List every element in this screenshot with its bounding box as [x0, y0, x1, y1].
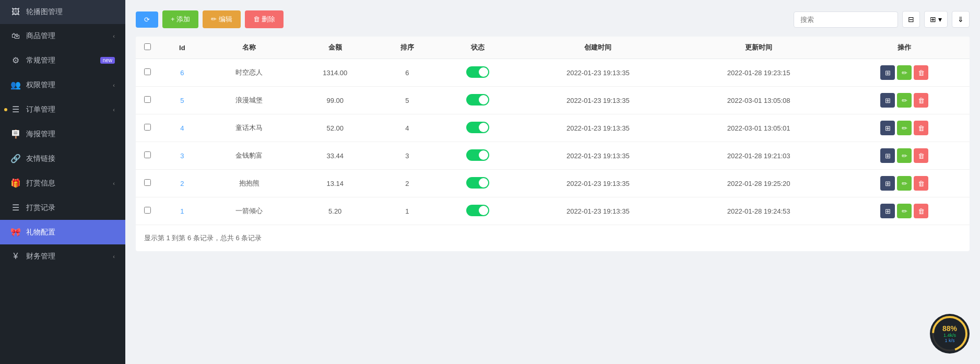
sidebar-item-poster[interactable]: 🪧海报管理 [0, 122, 125, 146]
edit-btn-0[interactable]: ✏ [897, 65, 912, 80]
toggle-1[interactable] [466, 94, 489, 105]
cell-status-4[interactable] [438, 170, 517, 197]
sidebar-item-general[interactable]: ⚙常规管理new [0, 48, 125, 73]
cell-name-0: 时空恋人 [205, 59, 293, 87]
cell-sort-2: 4 [376, 114, 438, 142]
cell-amount-5: 5.20 [293, 197, 376, 225]
cell-status-1[interactable] [438, 87, 517, 114]
pagination-info: 显示第 1 到第 6 条记录，总共 6 条记录 [136, 225, 970, 251]
sidebar-label-reward: 打赏信息 [26, 179, 108, 188]
col-updated: 更新时间 [678, 37, 839, 59]
toggle-5[interactable] [466, 205, 489, 216]
sidebar-label-order: 订单管理 [26, 105, 108, 114]
del-btn-2[interactable]: 🗑 [914, 121, 928, 135]
sidebar-label-carousel: 轮播图管理 [26, 7, 115, 17]
select-all-checkbox[interactable] [144, 43, 151, 50]
cell-created-4: 2022-01-23 19:13:35 [517, 170, 678, 197]
sidebar-item-friendlink[interactable]: 🔗友情链接 [0, 146, 125, 171]
sidebar-label-product: 商品管理 [26, 31, 108, 41]
arrow-product: ‹ [113, 33, 115, 39]
delete-button[interactable]: 🗑 删除 [245, 10, 284, 28]
sidebar-label-poster: 海报管理 [26, 130, 115, 139]
cell-id-4: 2 [159, 170, 205, 197]
edit-btn-5[interactable]: ✏ [897, 204, 912, 218]
export-button[interactable]: ⇓ [952, 11, 970, 28]
sort-btn-1[interactable]: ⊞ [880, 93, 895, 108]
sidebar: 🖼轮播图管理🛍商品管理‹⚙常规管理new👥权限管理‹☰订单管理‹🪧海报管理🔗友情… [0, 0, 125, 364]
cell-actions-4: ⊞ ✏ 🗑 [839, 170, 970, 197]
row-checkbox-0[interactable] [144, 68, 151, 75]
del-btn-4[interactable]: 🗑 [914, 176, 928, 191]
sidebar-item-finance[interactable]: ¥财务管理‹ [0, 244, 125, 268]
table-row: 6 时空恋人 1314.00 6 2022-01-23 19:13:35 202… [136, 59, 970, 87]
sort-btn-0[interactable]: ⊞ [880, 65, 895, 80]
edit-btn-2[interactable]: ✏ [897, 121, 912, 135]
edit-btn-3[interactable]: ✏ [897, 148, 912, 163]
sidebar-item-reward[interactable]: 🎁打赏信息‹ [0, 171, 125, 195]
col-sort: 排序 [376, 37, 438, 59]
row-checkbox-2[interactable] [144, 124, 151, 131]
sort-btn-4[interactable]: ⊞ [880, 176, 895, 191]
data-table: Id 名称 金额 排序 状态 创建时间 更新时间 操作 6 时空恋人 1314.… [136, 37, 970, 225]
del-btn-0[interactable]: 🗑 [914, 65, 928, 80]
toggle-0[interactable] [466, 66, 489, 78]
toggle-4[interactable] [466, 177, 489, 189]
sidebar-label-permission: 权限管理 [26, 80, 108, 90]
edit-btn-1[interactable]: ✏ [897, 93, 912, 108]
cell-created-1: 2022-01-23 19:13:35 [517, 87, 678, 114]
sidebar-item-giftconfig[interactable]: 🎀礼物配置 [0, 220, 125, 244]
cell-sort-0: 6 [376, 59, 438, 87]
general-icon: ⚙ [10, 55, 21, 65]
sidebar-item-permission[interactable]: 👥权限管理‹ [0, 73, 125, 97]
cell-status-0[interactable] [438, 59, 517, 87]
toolbar: ⟳ + 添加 ✏ 编辑 🗑 删除 ⊟ ⊞ ▾ ⇓ [136, 10, 970, 28]
cell-created-3: 2022-01-23 19:13:35 [517, 142, 678, 170]
search-input[interactable] [794, 11, 898, 28]
grid-view-button[interactable]: ⊞ ▾ [924, 11, 948, 28]
cell-name-4: 抱抱熊 [205, 170, 293, 197]
toggle-3[interactable] [466, 149, 489, 161]
add-button[interactable]: + 添加 [162, 10, 198, 28]
cell-id-0: 6 [159, 59, 205, 87]
row-checkbox-5[interactable] [144, 207, 151, 214]
arrow-permission: ‹ [113, 82, 115, 88]
sort-btn-2[interactable]: ⊞ [880, 121, 895, 135]
cell-updated-3: 2022-01-28 19:21:03 [678, 142, 839, 170]
row-checkbox-1[interactable] [144, 96, 151, 103]
cell-status-3[interactable] [438, 142, 517, 170]
sort-btn-5[interactable]: ⊞ [880, 204, 895, 218]
speed-percent: 88% [942, 324, 957, 333]
cell-amount-0: 1314.00 [293, 59, 376, 87]
toggle-2[interactable] [466, 122, 489, 133]
col-actions: 操作 [839, 37, 970, 59]
cell-created-0: 2022-01-23 19:13:35 [517, 59, 678, 87]
row-checkbox-3[interactable] [144, 151, 151, 158]
refresh-button[interactable]: ⟳ [136, 11, 158, 28]
row-checkbox-4[interactable] [144, 179, 151, 186]
cell-status-2[interactable] [438, 114, 517, 142]
cell-actions-3: ⊞ ✏ 🗑 [839, 142, 970, 170]
add-button-label: + 添加 [171, 15, 190, 24]
cell-id-3: 3 [159, 142, 205, 170]
sidebar-label-rewardlog: 打赏记录 [26, 203, 115, 213]
edit-button[interactable]: ✏ 编辑 [203, 10, 241, 28]
sidebar-label-general: 常规管理 [26, 56, 95, 65]
del-btn-1[interactable]: 🗑 [914, 93, 928, 108]
cell-updated-0: 2022-01-28 19:23:15 [678, 59, 839, 87]
sort-btn-3[interactable]: ⊞ [880, 148, 895, 163]
sidebar-item-carousel[interactable]: 🖼轮播图管理 [0, 0, 125, 24]
sidebar-item-order[interactable]: ☰订单管理‹ [0, 97, 125, 122]
order-icon: ☰ [10, 104, 21, 114]
arrow-finance: ‹ [113, 253, 115, 260]
cell-id-1: 5 [159, 87, 205, 114]
sidebar-item-rewardlog[interactable]: ☰打赏记录 [0, 195, 125, 220]
del-btn-3[interactable]: 🗑 [914, 148, 928, 163]
cell-actions-1: ⊞ ✏ 🗑 [839, 87, 970, 114]
cell-status-5[interactable] [438, 197, 517, 225]
edit-btn-4[interactable]: ✏ [897, 176, 912, 191]
del-btn-5[interactable]: 🗑 [914, 204, 928, 218]
sidebar-item-product[interactable]: 🛍商品管理‹ [0, 24, 125, 48]
dot-order [4, 108, 7, 111]
table-view-button[interactable]: ⊟ [902, 11, 920, 28]
cell-name-1: 浪漫城堡 [205, 87, 293, 114]
